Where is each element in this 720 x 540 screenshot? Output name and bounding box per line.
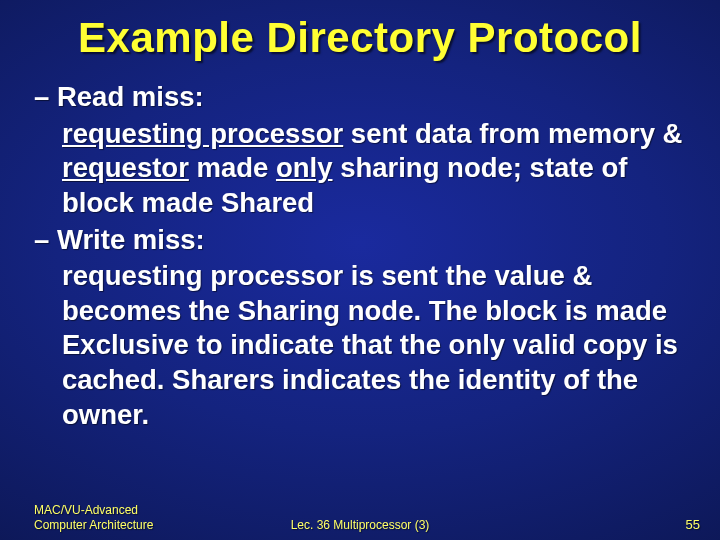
text-underline: requesting processor (62, 118, 343, 149)
footer-page-number: 55 (686, 517, 700, 532)
slide: Example Directory Protocol – Read miss: … (0, 0, 720, 540)
bullet-item: – Write miss: (34, 223, 700, 258)
bullet-sub: requesting processor is sent the value &… (34, 259, 700, 432)
slide-body: – Read miss: requesting processor sent d… (34, 80, 700, 434)
text: made (189, 152, 276, 183)
footer-center: Lec. 36 Multiprocessor (3) (0, 518, 720, 532)
footer-left-line1: MAC/VU-Advanced (34, 503, 138, 517)
bullet-label: Read miss: (57, 81, 204, 112)
text: sent data from memory & (343, 118, 682, 149)
slide-title: Example Directory Protocol (0, 14, 720, 62)
bullet-sub: requesting processor sent data from memo… (34, 117, 700, 221)
dash-icon: – (34, 223, 49, 258)
text-underline: only (276, 152, 333, 183)
text: requesting processor is sent the value &… (62, 260, 678, 430)
bullet-item: – Read miss: (34, 80, 700, 115)
dash-icon: – (34, 80, 49, 115)
text-underline: requestor (62, 152, 189, 183)
bullet-label: Write miss: (57, 224, 205, 255)
